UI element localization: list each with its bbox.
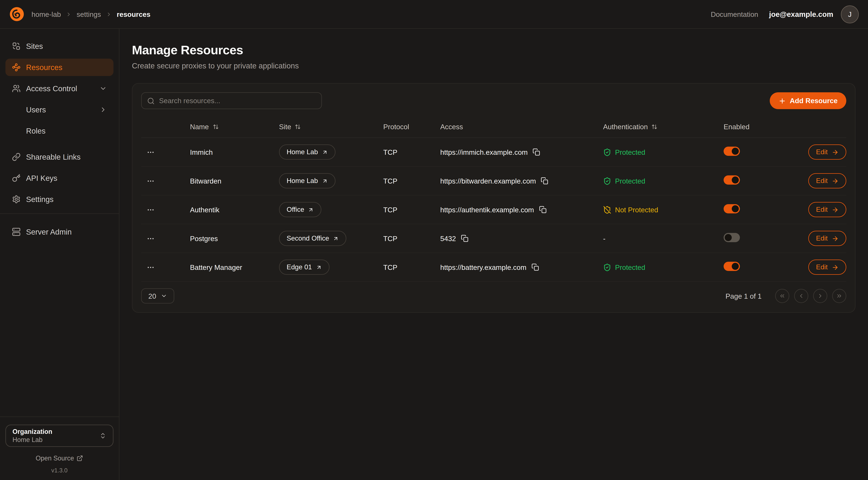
- edit-button[interactable]: Edit: [808, 260, 846, 275]
- arrow-up-right-icon: [322, 149, 328, 155]
- chevron-right-icon: [817, 293, 824, 299]
- edit-button[interactable]: Edit: [808, 231, 846, 246]
- resource-name: Postgres: [190, 234, 279, 243]
- copy-button[interactable]: [532, 148, 540, 156]
- key-icon: [12, 174, 21, 182]
- avatar[interactable]: J: [841, 5, 859, 23]
- pagination-label: Page 1 of 1: [725, 292, 762, 300]
- org-picker[interactable]: Organization Home Lab: [5, 425, 114, 447]
- sidebar-item-label: API Keys: [26, 174, 57, 182]
- sidebar-item-access-control[interactable]: Access Control: [5, 80, 114, 97]
- arrow-up-right-icon: [308, 207, 314, 213]
- sort-icon[interactable]: [213, 124, 219, 129]
- ellipsis-icon: [147, 177, 155, 185]
- chevrons-up-down-icon: [99, 432, 106, 439]
- pangolin-logo-icon[interactable]: [9, 6, 24, 22]
- page-title: Manage Resources: [132, 43, 856, 58]
- arrow-right-icon: [832, 235, 838, 242]
- search-input[interactable]: [159, 97, 316, 105]
- row-menu-button[interactable]: [145, 175, 157, 187]
- sidebar-item-sites[interactable]: Sites: [5, 37, 114, 55]
- shield-check-icon: [603, 148, 611, 156]
- row-menu-button[interactable]: [145, 261, 157, 273]
- enabled-toggle[interactable]: [723, 204, 740, 213]
- users-icon: [12, 84, 21, 93]
- sidebar-item-roles[interactable]: Roles: [5, 122, 114, 140]
- page-size-value: 20: [148, 292, 156, 300]
- page-size-select[interactable]: 20: [141, 288, 174, 303]
- edit-button[interactable]: Edit: [808, 202, 846, 217]
- enabled-toggle[interactable]: [723, 262, 740, 271]
- copy-button[interactable]: [461, 235, 468, 242]
- version-label: v1.3.0: [5, 467, 114, 474]
- site-link[interactable]: Office: [279, 202, 321, 217]
- site-link[interactable]: Second Office: [279, 231, 346, 246]
- breadcrumb-org[interactable]: home-lab: [31, 10, 61, 18]
- enabled-toggle[interactable]: [723, 147, 740, 156]
- resource-access: https://immich.example.com: [440, 148, 528, 156]
- arrow-right-icon: [832, 264, 838, 271]
- table-footer: 20 Page 1 of 1: [141, 282, 846, 303]
- sidebar-item-shareable-links[interactable]: Shareable Links: [5, 148, 114, 166]
- sidebar-item-label: Access Control: [26, 84, 77, 93]
- column-header-name[interactable]: Name: [190, 123, 279, 131]
- column-header-authentication[interactable]: Authentication: [603, 123, 717, 131]
- breadcrumb: home-lab settings resources: [31, 10, 151, 18]
- enabled-toggle[interactable]: [723, 175, 740, 185]
- auth-status: Not Protected: [603, 206, 717, 214]
- sidebar: Sites Resources Ac: [0, 29, 119, 480]
- sidebar-nav: Sites Resources Ac: [5, 37, 114, 244]
- auth-status: -: [603, 234, 717, 243]
- sidebar-item-users[interactable]: Users: [5, 101, 114, 118]
- add-resource-button[interactable]: Add Resource: [770, 92, 846, 109]
- sidebar-item-server-admin[interactable]: Server Admin: [5, 223, 114, 241]
- sort-icon[interactable]: [295, 124, 301, 129]
- site-link[interactable]: Edge 01: [279, 260, 329, 275]
- sort-icon[interactable]: [652, 124, 657, 129]
- row-menu-button[interactable]: [145, 146, 157, 158]
- sidebar-item-label: Roles: [26, 126, 45, 135]
- first-page-button[interactable]: [775, 289, 789, 303]
- topbar: home-lab settings resources Documentatio…: [0, 0, 868, 29]
- row-menu-button[interactable]: [145, 204, 157, 216]
- arrow-up-right-icon: [333, 236, 339, 241]
- copy-icon: [461, 235, 468, 242]
- copy-icon: [539, 206, 547, 213]
- edit-button[interactable]: Edit: [808, 173, 846, 188]
- copy-button[interactable]: [539, 206, 547, 213]
- user-email[interactable]: joe@example.com: [769, 10, 833, 18]
- column-header-site[interactable]: Site: [279, 123, 383, 131]
- sidebar-item-resources[interactable]: Resources: [5, 59, 114, 76]
- breadcrumb-settings[interactable]: settings: [77, 10, 101, 18]
- edit-button[interactable]: Edit: [808, 144, 846, 160]
- row-menu-button[interactable]: [145, 232, 157, 245]
- previous-page-button[interactable]: [794, 289, 808, 303]
- server-icon: [12, 228, 21, 236]
- column-header-protocol: Protocol: [383, 123, 440, 131]
- next-page-button[interactable]: [813, 289, 827, 303]
- table-row: Postgres Second Office TCP 5432 - Edit: [141, 224, 846, 253]
- external-link-icon: [77, 455, 83, 461]
- copy-icon: [541, 177, 549, 185]
- auth-status: Protected: [603, 263, 717, 271]
- sidebar-divider: [0, 213, 119, 214]
- copy-button[interactable]: [541, 177, 549, 185]
- toggle-knob: [732, 177, 739, 183]
- documentation-link[interactable]: Documentation: [711, 10, 758, 18]
- ellipsis-icon: [147, 263, 155, 271]
- last-page-button[interactable]: [832, 289, 846, 303]
- breadcrumb-current[interactable]: resources: [117, 10, 150, 18]
- copy-button[interactable]: [531, 263, 539, 271]
- site-link[interactable]: Home Lab: [279, 144, 335, 160]
- toggle-knob: [732, 148, 739, 155]
- chevron-right-icon: [99, 106, 107, 114]
- sidebar-item-settings[interactable]: Settings: [5, 190, 114, 208]
- site-link[interactable]: Home Lab: [279, 173, 335, 188]
- open-source-link[interactable]: Open Source: [5, 454, 114, 462]
- org-picker-value: Home Lab: [12, 436, 52, 444]
- sidebar-item-api-keys[interactable]: API Keys: [5, 170, 114, 187]
- sites-icon: [12, 42, 21, 51]
- enabled-toggle[interactable]: [723, 233, 740, 242]
- resource-protocol: TCP: [383, 177, 440, 185]
- arrow-right-icon: [832, 149, 838, 156]
